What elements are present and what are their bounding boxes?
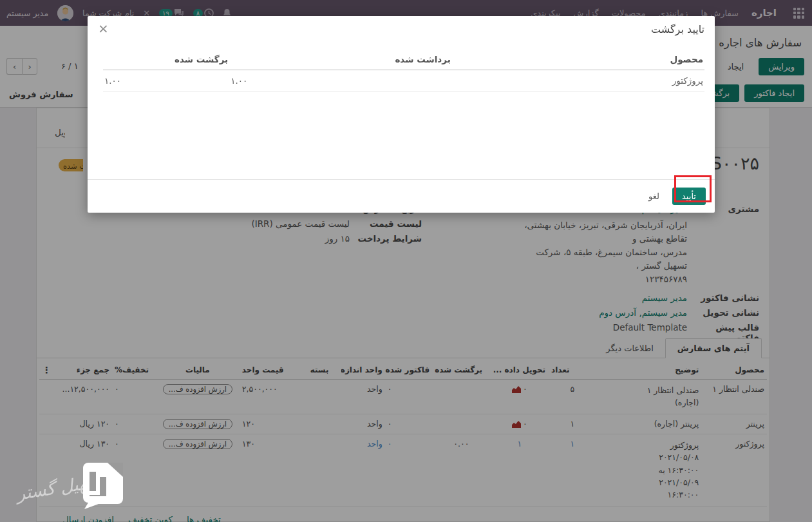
modal-title: تایید برگشت — [109, 23, 704, 35]
return-returned-qty: ۱.۰۰ — [103, 70, 229, 92]
cancel-button[interactable]: لغو — [643, 188, 665, 204]
confirm-return-dialog: تایید برگشت × محصول برداشت شده برگشت شده… — [88, 16, 715, 213]
confirm-button[interactable]: تأیید — [672, 188, 706, 205]
return-product: پروژکتور — [452, 70, 704, 92]
modal-footer: تأیید لغو — [88, 179, 715, 213]
close-icon[interactable]: × — [98, 23, 109, 34]
modal-body: محصول برداشت شده برگشت شده پروژکتور ۱.۰۰… — [88, 41, 715, 179]
return-lines-table: محصول برداشت شده برگشت شده پروژکتور ۱.۰۰… — [103, 50, 704, 92]
return-picked-qty: ۱.۰۰ — [229, 70, 452, 92]
modal-header: تایید برگشت × — [88, 16, 715, 41]
return-line-row[interactable]: پروژکتور ۱.۰۰ ۱.۰۰ — [103, 70, 704, 92]
return-col-product: محصول — [452, 50, 704, 70]
return-col-picked: برداشت شده — [229, 50, 452, 70]
return-col-returned: برگشت شده — [103, 50, 229, 70]
